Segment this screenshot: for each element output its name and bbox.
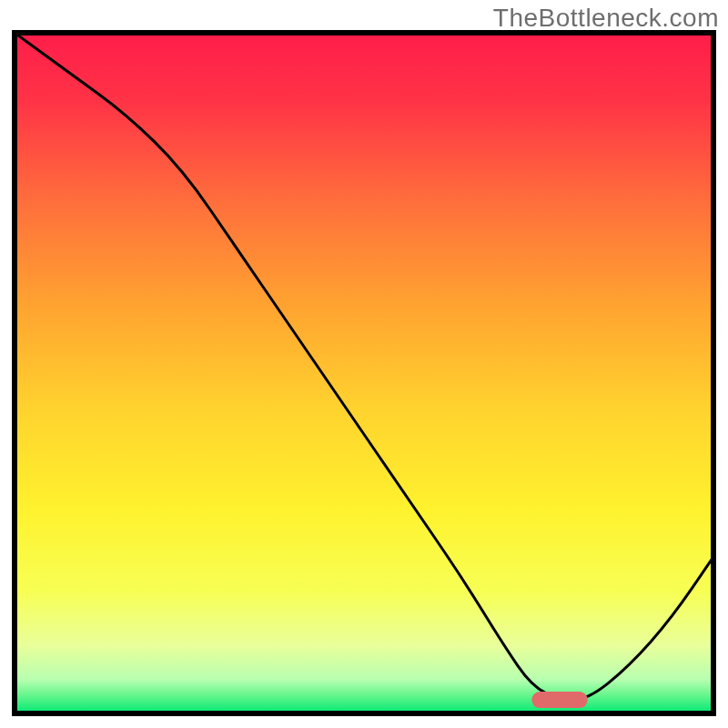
watermark-text: TheBottleneck.com <box>493 4 719 33</box>
chart-frame: TheBottleneck.com <box>0 0 728 728</box>
plot-background <box>15 33 713 713</box>
bottleneck-chart <box>0 0 728 728</box>
optimal-marker <box>531 692 587 708</box>
